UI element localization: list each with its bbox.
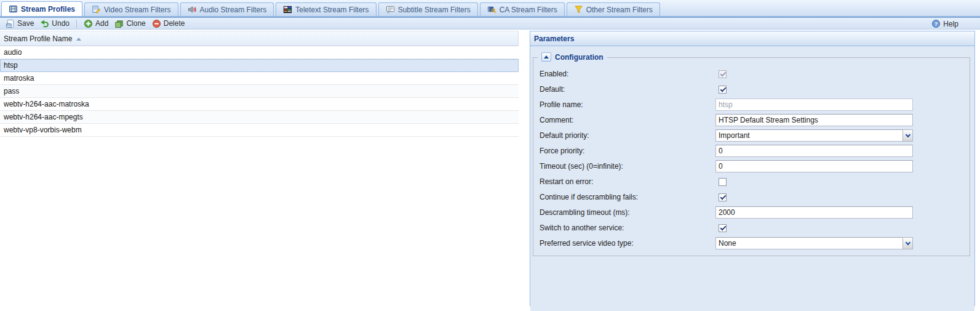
tab-label: CA Stream Filters: [500, 6, 557, 14]
field-row: Force priority:: [540, 145, 970, 157]
timeout-input[interactable]: [715, 160, 913, 172]
add-label: Add: [95, 19, 108, 28]
stream-profiles-grid: Stream Profile Name audio htsp matroska …: [0, 31, 519, 137]
chevron-down-icon: [905, 132, 910, 137]
delete-label: Delete: [164, 19, 185, 28]
restart-on-error-checkbox[interactable]: [719, 178, 727, 186]
field-label-default: Default:: [540, 85, 715, 94]
add-icon: [84, 19, 93, 28]
enabled-checkbox[interactable]: [719, 70, 727, 78]
save-label: Save: [17, 19, 34, 28]
save-icon: [6, 19, 15, 28]
field-row: Descrambling timeout (ms):: [540, 206, 970, 219]
field-label-comment: Comment:: [540, 116, 715, 124]
tab-label: Stream Profiles: [21, 5, 75, 14]
fieldset-title: Configuration: [555, 53, 604, 62]
profile-row-audio[interactable]: audio: [0, 46, 519, 59]
tab-label: Teletext Stream Filters: [295, 6, 368, 14]
tab-other-stream-filters[interactable]: Other Stream Filters: [567, 2, 660, 16]
preferred-service-video-type-combobox: [715, 237, 913, 249]
profile-row-pass[interactable]: pass: [0, 85, 519, 98]
configuration-fieldset: Configuration Enabled: Default: Profile …: [533, 57, 970, 256]
preferred-service-video-type-input[interactable]: [715, 237, 902, 249]
help-button[interactable]: ? Help: [928, 18, 962, 29]
tab-stream-profiles[interactable]: Stream Profiles: [1, 1, 82, 16]
tab-audio-stream-filters[interactable]: Audio Stream Filters: [180, 2, 274, 16]
field-label-switch-service: Switch to another service:: [540, 224, 715, 232]
tab-teletext-stream-filters[interactable]: Teletext Stream Filters: [276, 2, 376, 16]
field-label-restart-on-error: Restart on error:: [540, 177, 715, 186]
delete-icon: [152, 19, 161, 28]
column-header-stream-profile-name[interactable]: Stream Profile Name: [0, 31, 519, 46]
configuration-legend: Configuration: [538, 52, 607, 62]
tab-label: Video Stream Filters: [104, 6, 171, 14]
comment-input[interactable]: [715, 114, 913, 126]
help-label: Help: [943, 20, 958, 28]
speech-bubble-icon: [386, 5, 395, 14]
field-row: Default priority:: [540, 129, 970, 142]
undo-label: Undo: [52, 19, 70, 28]
field-row: Comment:: [540, 114, 970, 126]
teletext-icon: [283, 5, 292, 14]
profile-name-input[interactable]: [715, 99, 913, 111]
default-checkbox[interactable]: [719, 86, 727, 94]
field-label-timeout: Timeout (sec) (0=infinite):: [540, 162, 715, 171]
chevron-down-icon: [905, 240, 910, 244]
profile-row-webtv-h264-aac-mpegts[interactable]: webtv-h264-aac-mpegts: [0, 111, 519, 124]
delete-button[interactable]: Delete: [149, 18, 188, 29]
undo-button[interactable]: Undo: [37, 18, 73, 29]
clone-label: Clone: [126, 19, 145, 28]
tab-subtitle-stream-filters[interactable]: Subtitle Stream Filters: [378, 2, 478, 16]
descrambling-timeout-input[interactable]: [715, 206, 913, 219]
video-filter-edit-icon: [92, 5, 101, 14]
default-priority-input[interactable]: [715, 129, 902, 142]
profile-row-webtv-h264-aac-matroska[interactable]: webtv-h264-aac-matroska: [0, 98, 519, 111]
sort-ascending-icon: [76, 38, 81, 41]
save-button[interactable]: Save: [2, 18, 37, 29]
tab-label: Subtitle Stream Filters: [398, 6, 471, 14]
svg-text:?: ?: [934, 21, 938, 27]
profile-row-matroska[interactable]: matroska: [0, 72, 519, 85]
parameters-panel-body: Configuration Enabled: Default: Profile …: [530, 57, 974, 311]
tab-ca-stream-filters[interactable]: CA Stream Filters: [480, 2, 565, 16]
toolbar: Save Undo Add Clone Delete ? Help: [0, 18, 980, 30]
field-row: Switch to another service:: [540, 222, 970, 234]
field-label-preferred-video-type: Preferred service video type:: [540, 239, 715, 248]
tab-bar: Stream Profiles Video Stream Filters Aud…: [0, 0, 980, 16]
tab-video-stream-filters[interactable]: Video Stream Filters: [84, 2, 178, 16]
column-header-label: Stream Profile Name: [4, 34, 72, 43]
default-priority-combobox: [715, 129, 913, 142]
film-key-icon: [487, 5, 496, 14]
undo-icon: [40, 19, 49, 28]
force-priority-input[interactable]: [715, 145, 913, 157]
field-label-default-priority: Default priority:: [540, 131, 715, 140]
help-icon: ?: [931, 19, 941, 28]
parameters-panel-header: Parameters: [530, 31, 974, 46]
field-label-force-priority: Force priority:: [540, 147, 715, 155]
switch-to-another-service-checkbox[interactable]: [719, 224, 727, 232]
field-label-continue-descrambling: Continue if descrambling fails:: [540, 193, 715, 201]
field-row: Profile name:: [540, 99, 970, 111]
preferred-service-video-type-dropdown-button[interactable]: [902, 237, 913, 249]
field-row: Default:: [540, 83, 970, 95]
funnel-icon: [574, 5, 583, 14]
collapse-arrow-icon: [544, 55, 549, 59]
continue-if-descrambling-fails-checkbox[interactable]: [719, 193, 727, 201]
field-row: Preferred service video type:: [540, 237, 970, 249]
field-row: Continue if descrambling fails:: [540, 191, 970, 203]
profile-row-htsp[interactable]: htsp: [0, 59, 519, 72]
field-row: Enabled:: [540, 68, 970, 80]
field-label-enabled: Enabled:: [540, 70, 715, 78]
collapse-button[interactable]: [541, 52, 551, 62]
clone-button[interactable]: Clone: [111, 18, 148, 29]
parameters-panel: Parameters Configuration Enabled: Defaul…: [530, 31, 975, 306]
default-priority-dropdown-button[interactable]: [902, 129, 913, 142]
clone-icon: [114, 19, 124, 28]
add-button[interactable]: Add: [81, 18, 111, 29]
profile-row-webtv-vp8-vorbis-webm[interactable]: webtv-vp8-vorbis-webm: [0, 124, 519, 137]
panel-title: Parameters: [534, 34, 574, 43]
field-label-descrambling-timeout: Descrambling timeout (ms):: [540, 208, 715, 217]
speaker-icon: [188, 5, 197, 14]
field-row: Timeout (sec) (0=infinite):: [540, 160, 970, 172]
toolbar-separator: [76, 20, 77, 28]
